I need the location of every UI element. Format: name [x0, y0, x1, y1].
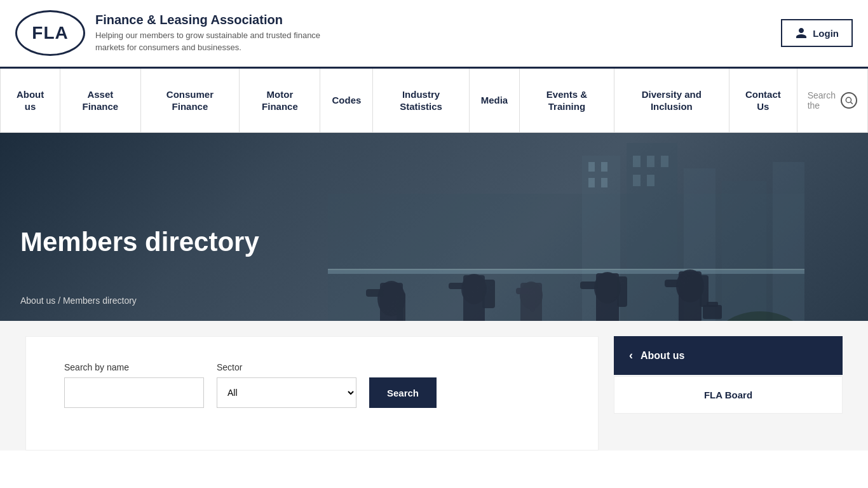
nav-item-motor-finance[interactable]: Motor Finance: [240, 69, 320, 132]
nav-item-events-training[interactable]: Events & Training: [520, 69, 614, 132]
name-form-group: Search by name: [64, 362, 204, 408]
svg-rect-8: [588, 162, 595, 172]
main-content: Search by name Sector AllAsset FinanceCo…: [0, 321, 868, 451]
breadcrumb-current: Members directory: [63, 295, 137, 306]
org-info: Finance & Leasing Association Helping ou…: [95, 13, 337, 53]
main-nav: About us Asset Finance Consumer Finance …: [0, 67, 868, 133]
svg-rect-14: [661, 156, 668, 167]
sidebar-item-fla-board[interactable]: FLA Board: [614, 376, 843, 414]
hero-content: Members directory About us / Members dir…: [0, 227, 868, 321]
nav-search[interactable]: Search the: [797, 69, 868, 132]
name-input[interactable]: [64, 377, 204, 408]
logo-text: FLA: [32, 23, 68, 43]
svg-line-1: [851, 102, 853, 104]
org-name: Finance & Leasing Association: [95, 13, 337, 27]
sector-label: Sector: [217, 362, 356, 372]
nav-item-asset-finance[interactable]: Asset Finance: [60, 69, 140, 132]
org-tagline: Helping our members to grow sustainable …: [95, 30, 337, 53]
svg-rect-15: [633, 175, 641, 186]
search-icon[interactable]: [841, 92, 857, 109]
svg-rect-13: [647, 156, 654, 167]
logo[interactable]: FLA: [15, 10, 85, 56]
site-header: FLA Finance & Leasing Association Helpin…: [0, 0, 868, 67]
sidebar-item-about-us[interactable]: ‹ About us: [614, 336, 843, 375]
nav-item-codes[interactable]: Codes: [320, 69, 373, 132]
sidebar-main-label: About us: [641, 350, 684, 362]
svg-rect-12: [633, 156, 641, 167]
search-panel: Search by name Sector AllAsset FinanceCo…: [25, 336, 599, 451]
nav-item-diversity-inclusion[interactable]: Diversity and Inclusion: [614, 69, 729, 132]
search-form: Search by name Sector AllAsset FinanceCo…: [64, 362, 573, 408]
breadcrumb: About us / Members directory: [20, 295, 848, 306]
svg-rect-16: [647, 175, 654, 186]
svg-point-0: [846, 97, 851, 102]
nav-item-about-us[interactable]: About us: [0, 69, 60, 132]
breadcrumb-separator: /: [55, 295, 63, 306]
search-text: Search the: [808, 90, 836, 111]
sidebar: ‹ About us FLA Board: [614, 336, 843, 451]
login-button[interactable]: Login: [781, 19, 853, 47]
svg-rect-11: [601, 178, 607, 187]
svg-rect-9: [601, 162, 607, 172]
nav-item-media[interactable]: Media: [470, 69, 520, 132]
chevron-left-icon: ‹: [629, 349, 633, 362]
header-left: FLA Finance & Leasing Association Helpin…: [15, 10, 337, 56]
page-title: Members directory: [20, 227, 848, 257]
breadcrumb-home[interactable]: About us: [20, 295, 55, 306]
hero-banner: Members directory About us / Members dir…: [0, 133, 868, 321]
fla-board-label: FLA Board: [704, 390, 752, 400]
nav-item-industry-statistics[interactable]: Industry Statistics: [373, 69, 469, 132]
sector-select[interactable]: AllAsset FinanceConsumer FinanceMotor Fi…: [217, 377, 356, 408]
person-icon: [795, 27, 808, 39]
login-label: Login: [813, 28, 839, 39]
name-label: Search by name: [64, 362, 204, 372]
svg-rect-10: [588, 178, 595, 187]
sector-form-group: Sector AllAsset FinanceConsumer FinanceM…: [217, 362, 356, 408]
nav-item-consumer-finance[interactable]: Consumer Finance: [141, 69, 240, 132]
search-button[interactable]: Search: [369, 377, 437, 408]
nav-item-contact-us[interactable]: Contact Us: [729, 69, 797, 132]
